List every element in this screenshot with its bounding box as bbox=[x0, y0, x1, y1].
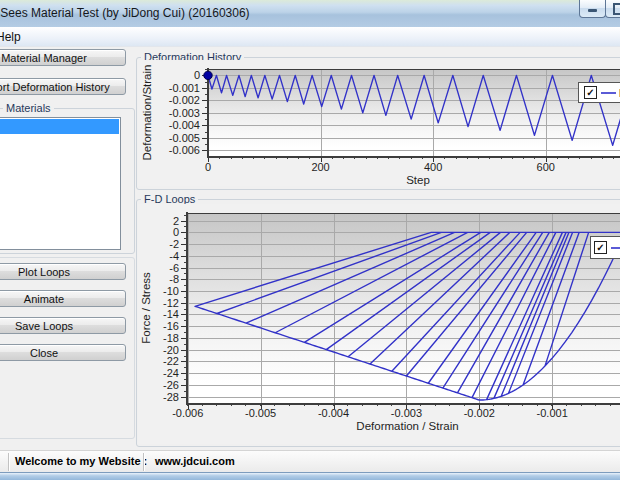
fd-loops-chart: -0.006-0.005-0.004-0.003-0.002-0.00120-2… bbox=[138, 204, 620, 444]
svg-text:-0.002: -0.002 bbox=[169, 94, 200, 106]
fd-loops-legend: ✓ bbox=[590, 236, 620, 259]
svg-text:-28: -28 bbox=[163, 391, 179, 403]
svg-text:-0.002: -0.002 bbox=[464, 407, 495, 419]
svg-text:-18: -18 bbox=[163, 332, 179, 344]
animate-button[interactable]: Animate bbox=[0, 290, 126, 307]
save-loops-button[interactable]: Save Loops bbox=[0, 317, 126, 334]
materials-group-label: Materials bbox=[3, 102, 54, 115]
svg-text:-24: -24 bbox=[163, 367, 179, 379]
svg-text:2: 2 bbox=[173, 215, 179, 227]
svg-text:-0.004: -0.004 bbox=[318, 407, 349, 419]
svg-text:400: 400 bbox=[424, 161, 442, 173]
svg-text:-6: -6 bbox=[169, 262, 179, 274]
statusbar-separator bbox=[143, 453, 144, 471]
window-bottom-border bbox=[0, 472, 620, 480]
statusbar-welcome-text: Welcome to my Website : bbox=[15, 455, 147, 467]
svg-text:0: 0 bbox=[205, 161, 211, 173]
svg-text:-14: -14 bbox=[163, 308, 179, 320]
svg-text:-0.001: -0.001 bbox=[537, 407, 568, 419]
materials-listbox[interactable]: D bbox=[0, 117, 121, 250]
title-bar[interactable]: OpenSees Material Test (by JiDong Cui) (… bbox=[0, 0, 620, 28]
svg-text:-22: -22 bbox=[163, 355, 179, 367]
svg-text:Deformation / Strain: Deformation / Strain bbox=[356, 420, 458, 432]
menu-item-help[interactable]: Help bbox=[0, 30, 25, 44]
minimize-icon bbox=[588, 9, 597, 12]
material-manager-button[interactable]: Material Manager bbox=[0, 49, 126, 66]
svg-text:-4: -4 bbox=[169, 250, 179, 262]
svg-text:-8: -8 bbox=[169, 273, 179, 285]
svg-text:Deformation/Strain: Deformation/Strain bbox=[141, 65, 153, 161]
svg-text:0: 0 bbox=[173, 226, 179, 238]
svg-text:-0.003: -0.003 bbox=[391, 407, 422, 419]
legend-checkbox-fd[interactable]: ✓ bbox=[594, 241, 607, 254]
maximize-button[interactable] bbox=[605, 0, 620, 18]
statusbar-separator bbox=[8, 453, 9, 471]
svg-text:Step: Step bbox=[406, 174, 430, 186]
svg-text:-0.004: -0.004 bbox=[169, 119, 200, 131]
svg-text:0: 0 bbox=[194, 69, 200, 81]
statusbar-website-link[interactable]: www.jdcui.com bbox=[155, 455, 235, 467]
window-title: OpenSees Material Test (by JiDong Cui) (… bbox=[0, 6, 250, 20]
svg-text:-12: -12 bbox=[163, 297, 179, 309]
minimize-button[interactable] bbox=[579, 0, 606, 18]
svg-text:-16: -16 bbox=[163, 320, 179, 332]
menu-bar: Help bbox=[0, 27, 620, 47]
svg-text:-10: -10 bbox=[163, 285, 179, 297]
close-button[interactable]: Close bbox=[0, 344, 126, 361]
status-bar: Welcome to my Website : www.jdcui.com bbox=[0, 450, 620, 473]
svg-text:200: 200 bbox=[311, 161, 329, 173]
svg-text:-0.003: -0.003 bbox=[169, 107, 200, 119]
deformation-history-legend: ✓ D bbox=[578, 82, 620, 103]
deformation-history-chart: 02004006000-0.001-0.002-0.003-0.004-0.00… bbox=[138, 60, 620, 186]
legend-line-sample-fd bbox=[611, 247, 620, 249]
svg-text:-2: -2 bbox=[169, 238, 179, 250]
legend-checkbox-deformation[interactable]: ✓ bbox=[584, 86, 597, 99]
legend-line-sample bbox=[601, 92, 616, 94]
svg-text:-20: -20 bbox=[163, 344, 179, 356]
import-deformation-history-button[interactable]: Import Deformation History bbox=[0, 78, 126, 95]
svg-text:-26: -26 bbox=[163, 379, 179, 391]
material-list-item-selected[interactable]: D bbox=[0, 119, 119, 134]
svg-text:-0.001: -0.001 bbox=[169, 82, 200, 94]
maximize-icon bbox=[613, 3, 620, 15]
plot-loops-button[interactable]: Plot Loops bbox=[0, 263, 126, 280]
svg-text:Force / Stress: Force / Stress bbox=[140, 272, 152, 344]
svg-text:-0.006: -0.006 bbox=[169, 144, 200, 156]
app-window: OpenSees Material Test (by JiDong Cui) (… bbox=[0, 0, 620, 480]
svg-text:600: 600 bbox=[537, 161, 555, 173]
svg-text:-0.006: -0.006 bbox=[172, 407, 203, 419]
svg-text:-0.005: -0.005 bbox=[169, 132, 200, 144]
svg-text:-0.005: -0.005 bbox=[245, 407, 276, 419]
